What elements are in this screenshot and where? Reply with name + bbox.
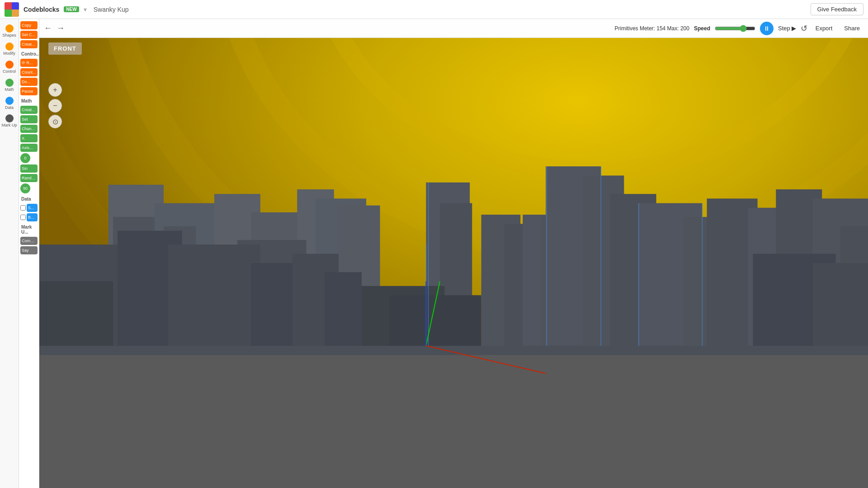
canvas-area: ← → Primitives Meter: 154 Max: 200 Speed… (39, 19, 868, 488)
block-repeat[interactable]: ⟳ R... (20, 59, 38, 67)
sidebar-item-control[interactable]: Control (1, 59, 18, 76)
export-button[interactable]: Export (812, 23, 836, 33)
block-ninety[interactable]: 90 (20, 183, 30, 193)
block-rand[interactable]: Rand... (20, 174, 38, 182)
block-count[interactable]: Count... (20, 68, 38, 76)
sidebar-item-markup[interactable]: Mark Up (1, 113, 18, 130)
block-set[interactable]: Set (20, 115, 38, 123)
block-copy[interactable]: Copy (20, 21, 38, 29)
app-title: Codeblocks (24, 6, 59, 13)
block-math-create[interactable]: Creat... (20, 106, 38, 114)
block-zero[interactable]: 0 (20, 153, 30, 163)
svg-rect-46 (39, 346, 868, 355)
categories-sidebar: Shapes Modify Control Math Data Mark Up (0, 19, 19, 488)
block-data-b-row: B... (20, 213, 38, 221)
zoom-in-button[interactable]: + (48, 83, 62, 97)
block-data-s-checkbox[interactable] (20, 205, 26, 211)
reset-icon: ↺ (801, 24, 807, 33)
main-area: Shapes Modify Control Math Data Mark Up … (0, 19, 868, 488)
sidebar-item-math-label: Math (5, 88, 14, 92)
block-data-s[interactable]: S... (27, 204, 38, 212)
block-change[interactable]: Chan... (20, 125, 38, 133)
sidebar-item-math[interactable]: Math (1, 77, 18, 94)
block-pause[interactable]: Pause (20, 87, 38, 95)
sidebar-item-markup-label: Mark Up (2, 123, 17, 128)
block-say[interactable]: Say (20, 246, 38, 254)
app-logo (5, 2, 19, 17)
topbar: Codeblocks NEW ▾ Swanky Kup Give Feedbac… (0, 0, 868, 19)
sidebar-item-modify-label: Modify (3, 52, 15, 56)
zoom-out-button[interactable]: − (48, 99, 62, 113)
primitives-meter: Primitives Meter: 154 Max: 200 (615, 25, 689, 32)
zoom-controls: + − ⊙ (48, 83, 62, 128)
3d-scene[interactable]: FRONT + − ⊙ (39, 38, 868, 488)
svg-rect-43 (39, 282, 113, 353)
nav-back-button[interactable]: ← (44, 23, 52, 33)
math-section-label: Math (20, 97, 38, 104)
sidebar-item-control-label: Control (3, 70, 16, 74)
pause-button[interactable]: ⏸ (760, 22, 774, 35)
block-sin[interactable]: Sin (20, 164, 38, 173)
block-data-b-checkbox[interactable] (20, 215, 26, 220)
reset-button[interactable]: ↺ (801, 23, 807, 33)
speed-slider[interactable] (715, 25, 755, 32)
svg-marker-6 (39, 346, 868, 488)
block-setc[interactable]: Set C... (20, 31, 38, 39)
block-data-s-row: S... (20, 204, 38, 212)
block-do[interactable]: Do... (20, 78, 38, 86)
dropdown-arrow-icon[interactable]: ▾ (84, 6, 87, 13)
share-button[interactable]: Share (840, 23, 863, 33)
step-label: Step (778, 25, 790, 32)
sidebar-item-data[interactable]: Data (1, 95, 18, 112)
step-icon: ▶ (792, 25, 796, 32)
block-x[interactable]: X. (20, 134, 38, 142)
svg-rect-42 (813, 263, 868, 353)
sidebar-item-shapes[interactable]: Shapes (1, 23, 18, 40)
block-comment[interactable]: Comm... (20, 237, 38, 245)
give-feedback-button[interactable]: Give Feedback (811, 3, 863, 15)
block-data-b[interactable]: B... (27, 213, 38, 221)
svg-rect-37 (168, 244, 260, 352)
nav-forward-button[interactable]: → (57, 23, 65, 33)
front-label: FRONT (48, 42, 82, 55)
project-name[interactable]: Swanky Kup (94, 6, 129, 13)
new-badge: NEW (64, 6, 79, 12)
pause-icon: ⏸ (764, 25, 770, 32)
sidebar-item-data-label: Data (5, 106, 14, 110)
blocks-panel: Copy Set C... Creat... Contro... ⟳ R... … (19, 19, 39, 488)
block-create1[interactable]: Creat... (20, 40, 38, 48)
block-axis[interactable]: Axis... (20, 144, 38, 152)
speed-label: Speed (694, 25, 710, 32)
sidebar-item-shapes-label: Shapes (2, 33, 16, 38)
canvas-toolbar: ← → Primitives Meter: 154 Max: 200 Speed… (39, 19, 868, 38)
sidebar-item-modify[interactable]: Modify (1, 41, 18, 58)
control-section-label: Contro... (20, 50, 38, 57)
city-scene-svg (39, 38, 868, 488)
data-section-label: Data (20, 195, 38, 202)
markup-section-label: Mark U... (20, 223, 38, 235)
zoom-reset-button[interactable]: ⊙ (48, 115, 62, 128)
svg-rect-40 (325, 272, 361, 352)
step-button[interactable]: Step ▶ (778, 25, 796, 32)
